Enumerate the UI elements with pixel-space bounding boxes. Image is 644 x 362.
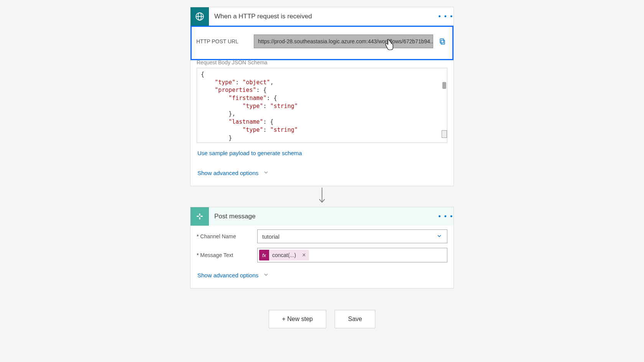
new-step-button[interactable]: + New step xyxy=(269,310,326,328)
schema-label: Request Body JSON Schema xyxy=(191,59,453,66)
http-post-url-row: HTTP POST URL https://prod-28.southeasta… xyxy=(191,26,453,60)
chevron-down-icon xyxy=(436,233,442,240)
svg-rect-3 xyxy=(441,40,445,44)
action-header[interactable]: Post message • • • xyxy=(191,207,453,226)
action-card: Post message • • • Channel Name tutorial… xyxy=(190,207,454,288)
http-post-url-value: https://prod-28.southeastasia.logic.azur… xyxy=(258,38,433,44)
svg-rect-8 xyxy=(199,213,200,216)
footer-actions: + New step Save xyxy=(190,310,454,328)
schema-textarea[interactable]: { "type": "object", "properties": { "fir… xyxy=(197,68,447,143)
scrollbar-thumb[interactable] xyxy=(442,82,446,89)
action-show-advanced[interactable]: Show advanced options xyxy=(191,263,453,288)
pill-remove-button[interactable]: × xyxy=(299,252,309,259)
expression-text: concat(...) xyxy=(269,252,299,258)
trigger-menu-button[interactable]: • • • xyxy=(438,13,453,21)
channel-name-select[interactable]: tutorial xyxy=(257,229,447,243)
chevron-down-icon xyxy=(263,272,269,279)
svg-rect-6 xyxy=(197,216,199,217)
copy-url-button[interactable] xyxy=(437,36,448,47)
http-post-url-label: HTTP POST URL xyxy=(196,38,250,44)
expression-pill[interactable]: fx concat(...) × xyxy=(259,250,309,260)
svg-rect-4 xyxy=(440,39,444,43)
trigger-show-advanced[interactable]: Show advanced options xyxy=(191,158,453,186)
fx-icon: fx xyxy=(259,250,269,260)
http-request-icon xyxy=(191,7,209,26)
channel-name-value: tutorial xyxy=(262,233,279,240)
trigger-card: When a HTTP request is received • • • HT… xyxy=(190,7,454,186)
action-title: Post message xyxy=(209,213,438,220)
svg-rect-9 xyxy=(199,217,200,219)
svg-rect-7 xyxy=(200,216,203,217)
message-text-field[interactable]: fx concat(...) × xyxy=(257,248,447,262)
http-post-url-field[interactable]: https://prod-28.southeastasia.logic.azur… xyxy=(254,34,433,48)
action-menu-button[interactable]: • • • xyxy=(438,213,453,221)
channel-name-label: Channel Name xyxy=(197,233,254,239)
channel-name-row: Channel Name tutorial xyxy=(191,226,453,244)
trigger-title: When a HTTP request is received xyxy=(209,13,438,20)
chevron-down-icon xyxy=(263,169,269,177)
slack-icon xyxy=(191,207,209,226)
trigger-header[interactable]: When a HTTP request is received • • • xyxy=(191,7,453,26)
save-button[interactable]: Save xyxy=(335,310,375,328)
message-text-row: Message Text fx concat(...) × xyxy=(191,244,453,263)
message-text-label: Message Text xyxy=(197,252,254,258)
flow-arrow xyxy=(190,186,454,207)
use-sample-payload-link[interactable]: Use sample payload to generate schema xyxy=(191,143,453,158)
resize-handle[interactable] xyxy=(442,130,447,138)
